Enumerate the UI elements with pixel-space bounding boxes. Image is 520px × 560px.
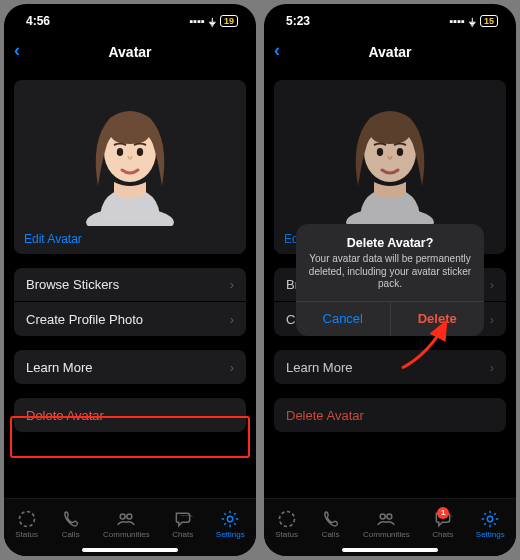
home-indicator[interactable] <box>82 548 178 552</box>
dialog-backdrop: Delete Avatar? Your avatar data will be … <box>264 4 516 556</box>
screenshot-left: 4:56 ▪▪▪▪ ⏚ 19 ‹ Avatar Edit Avatar Brow… <box>4 4 256 556</box>
create-profile-photo-row[interactable]: Create Profile Photo › <box>14 302 246 336</box>
status-time: 4:56 <box>26 14 50 28</box>
tab-chats[interactable]: 1Chats <box>432 509 453 539</box>
home-indicator[interactable] <box>342 548 438 552</box>
chevron-right-icon: › <box>230 312 234 327</box>
chevron-right-icon: › <box>230 277 234 292</box>
edit-avatar-link[interactable]: Edit Avatar <box>24 232 236 246</box>
back-button[interactable]: ‹ <box>14 40 20 61</box>
screenshot-right: 5:23 ▪▪▪▪ ⏚ 15 ‹ Avatar Edit Avatar Brow… <box>264 4 516 556</box>
chevron-right-icon: › <box>230 360 234 375</box>
avatar-card: Edit Avatar <box>14 80 246 254</box>
tab-settings[interactable]: Settings <box>216 509 245 539</box>
row-label: Delete Avatar <box>26 408 104 423</box>
dialog-cancel-button[interactable]: Cancel <box>296 302 390 336</box>
row-label: Create Profile Photo <box>26 312 143 327</box>
row-label: Learn More <box>26 360 92 375</box>
wifi-icon: ⏚ <box>209 15 216 27</box>
tab-calls[interactable]: Calls <box>61 509 81 539</box>
tab-calls[interactable]: Calls <box>321 509 341 539</box>
tab-communities[interactable]: Communities <box>103 509 150 539</box>
learn-more-row[interactable]: Learn More › <box>14 350 246 384</box>
delete-avatar-dialog: Delete Avatar? Your avatar data will be … <box>296 224 484 336</box>
dialog-message: Your avatar data will be permanently del… <box>308 253 472 291</box>
dialog-delete-button[interactable]: Delete <box>390 302 485 336</box>
tab-settings[interactable]: Settings <box>476 509 505 539</box>
avatar-preview <box>24 90 236 226</box>
tab-communities[interactable]: Communities <box>363 509 410 539</box>
browse-stickers-row[interactable]: Browse Stickers › <box>14 268 246 302</box>
tab-status[interactable]: Status <box>15 509 38 539</box>
dialog-title: Delete Avatar? <box>308 236 472 250</box>
notification-badge: 1 <box>437 507 449 519</box>
delete-avatar-row[interactable]: Delete Avatar <box>14 398 246 432</box>
row-label: Browse Stickers <box>26 277 119 292</box>
page-title: Avatar <box>108 44 151 60</box>
status-bar: 4:56 ▪▪▪▪ ⏚ 19 <box>4 4 256 38</box>
tab-status[interactable]: Status <box>275 509 298 539</box>
status-right: ▪▪▪▪ ⏚ 19 <box>189 15 238 27</box>
nav-header: ‹ Avatar <box>4 38 256 66</box>
tab-chats[interactable]: Chats <box>172 509 193 539</box>
battery-level: 19 <box>220 15 238 27</box>
signal-icon: ▪▪▪▪ <box>189 15 205 27</box>
